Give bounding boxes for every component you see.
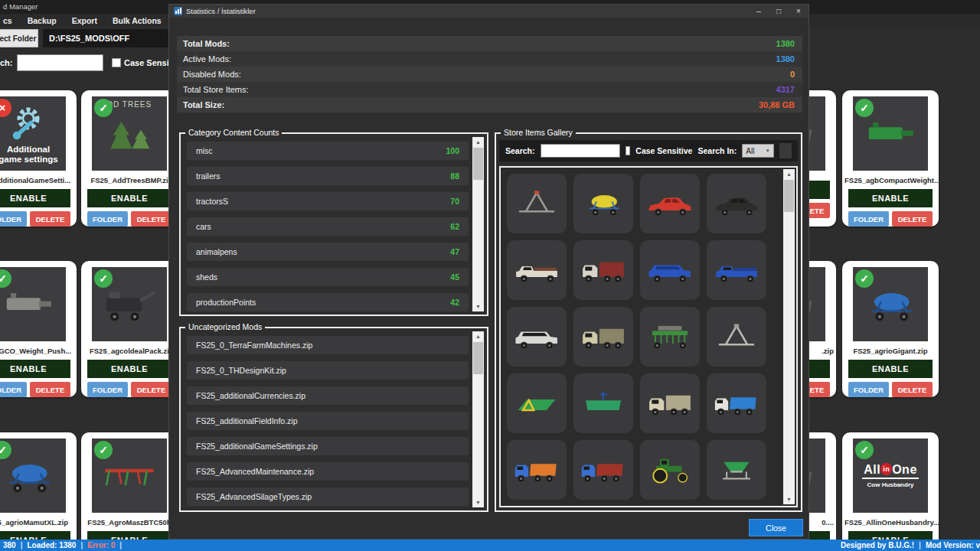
enable-button[interactable]: ENABLE — [848, 360, 933, 378]
gallery-scrollbar[interactable]: ▲ ▼ — [783, 169, 795, 504]
enable-button[interactable]: ENABLE — [848, 189, 933, 207]
store-item-tile[interactable] — [707, 307, 766, 367]
menu-item-backup[interactable]: Backup — [28, 16, 57, 25]
category-row[interactable]: productionPoints 42 — [187, 293, 469, 311]
store-item-tile[interactable] — [707, 174, 766, 233]
category-row[interactable]: animalpens 47 — [187, 243, 469, 261]
enable-button[interactable]: ENABLE — [0, 360, 70, 378]
delete-button[interactable]: DELETE — [131, 211, 172, 227]
store-item-tile[interactable] — [640, 307, 700, 367]
list-scrollbar-thumb[interactable] — [473, 148, 483, 180]
folder-button[interactable]: FOLDER — [0, 382, 27, 397]
gallery-scrollbar-thumb[interactable] — [784, 180, 794, 212]
folder-button[interactable]: FOLDER — [848, 382, 889, 397]
enable-button[interactable]: ENABLE — [0, 189, 70, 207]
store-item-tile[interactable] — [640, 440, 700, 500]
car-image — [645, 187, 694, 220]
enable-button[interactable]: ENABLE — [87, 360, 172, 378]
gallery-search-input[interactable] — [541, 144, 620, 158]
delete-button[interactable]: DELETE — [892, 211, 933, 227]
close-button[interactable]: Close — [749, 519, 803, 536]
list-scrollbar[interactable]: ▲ ▼ — [472, 331, 484, 507]
store-item-tile[interactable] — [573, 307, 633, 367]
gallery-case-sensitive-checkbox[interactable] — [626, 146, 631, 155]
folder-button[interactable]: FOLDER — [0, 211, 27, 227]
store-item-tile[interactable] — [640, 174, 700, 233]
seeder-image — [645, 321, 694, 353]
uncategorized-mod-filename: FS25_0_THDesignKit.zip — [187, 366, 286, 375]
delete-button[interactable]: DELETE — [892, 382, 933, 397]
store-item-tile[interactable] — [507, 507, 567, 507]
suv-image — [645, 254, 694, 286]
uncategorized-mods-title: Uncategorized Mods — [185, 322, 265, 331]
menu-item-export[interactable]: Export — [72, 16, 97, 25]
store-item-tile[interactable] — [707, 440, 766, 500]
folder-button[interactable]: FOLDER — [848, 211, 889, 227]
folder-button[interactable]: FOLDER — [87, 382, 128, 397]
maximize-icon[interactable]: □ — [769, 5, 789, 18]
store-item-tile[interactable] — [573, 240, 633, 300]
folder-button[interactable]: FOLDER — [87, 211, 128, 227]
mod-filename: 5_additionalGameSetti... — [0, 176, 77, 184]
delete-button[interactable]: DELETE — [30, 382, 70, 397]
category-name: sheds — [187, 272, 217, 282]
category-row[interactable]: cars 62 — [187, 217, 469, 236]
uncategorized-mod-row[interactable]: FS25_AdvancedSilageTypes.zip — [187, 487, 469, 506]
store-item-tile[interactable] — [573, 507, 633, 507]
scroll-down-arrow-icon[interactable]: ▼ — [472, 497, 484, 507]
scroll-down-arrow-icon[interactable]: ▼ — [783, 494, 795, 504]
list-scrollbar[interactable]: ▲ ▼ — [472, 137, 484, 311]
menu-item-bulk-actions[interactable]: Bulk Actions — [113, 16, 162, 25]
menu-item-cs[interactable]: cs — [3, 16, 12, 25]
category-row[interactable]: sheds 45 — [187, 268, 469, 286]
gallery-panel: ▲ ▼ — [499, 166, 798, 507]
status-separator: | — [919, 541, 921, 549]
store-item-tile[interactable] — [573, 373, 633, 433]
dialog-title: Statistics / İstatistikler — [186, 7, 256, 15]
uncategorized-mod-row[interactable]: FS25_additionalCurrencies.zip — [187, 386, 469, 405]
stat-row: Disabled Mods: 0 — [177, 67, 802, 82]
store-item-tile[interactable] — [507, 174, 567, 233]
store-item-tile[interactable] — [507, 373, 567, 433]
delete-button[interactable]: DELETE — [131, 382, 172, 397]
category-row[interactable]: trailers 88 — [187, 167, 469, 185]
store-items-gallery-groupbox: Store Items Gallery Search: Case Sensiti… — [495, 132, 802, 512]
scroll-down-arrow-icon[interactable]: ▼ — [472, 302, 484, 311]
close-icon[interactable]: × — [789, 5, 808, 18]
list-scrollbar-thumb[interactable] — [473, 342, 483, 374]
store-item-tile[interactable] — [707, 240, 766, 300]
search-input[interactable] — [17, 54, 103, 71]
store-item-tile[interactable] — [507, 240, 567, 300]
category-name: trailers — [187, 171, 220, 181]
store-item-tile[interactable] — [707, 507, 766, 507]
dialog-titlebar[interactable]: Statistics / İstatistikler – □ × — [169, 5, 808, 18]
uncategorized-mod-row[interactable]: FS25_0_TerraFarmMachines.zip — [187, 336, 469, 354]
category-row[interactable]: tractorsS 70 — [187, 192, 469, 210]
store-item-tile[interactable] — [707, 373, 766, 433]
store-item-tile[interactable] — [573, 440, 633, 500]
uncategorized-mod-row[interactable]: FS25_AdvancedMaintenance.zip — [187, 462, 469, 481]
uncategorized-mod-row[interactable]: FS25_0_THDesignKit.zip — [187, 361, 469, 380]
store-item-tile[interactable] — [507, 307, 567, 367]
scroll-up-arrow-icon[interactable]: ▲ — [472, 137, 484, 147]
uncategorized-mod-row[interactable]: FS25_additionalGameSettings.zip — [187, 437, 469, 455]
scroll-up-arrow-icon[interactable]: ▲ — [783, 169, 795, 179]
select-folder-button[interactable]: lect Folder — [0, 29, 38, 47]
uncategorized-mod-filename: FS25_additionalFieldInfo.zip — [187, 416, 298, 425]
uncategorized-mod-row[interactable]: FS25_additionalFieldInfo.zip — [187, 412, 469, 430]
category-count: 100 — [446, 146, 469, 155]
search-in-dropdown[interactable]: All ▼ — [742, 144, 774, 158]
mod-thumbnail: ✓ — [853, 267, 928, 341]
scroll-up-arrow-icon[interactable]: ▲ — [472, 331, 484, 341]
category-row[interactable]: misc 100 — [187, 142, 469, 160]
minimize-icon[interactable]: – — [749, 5, 769, 18]
store-item-tile[interactable] — [507, 440, 567, 500]
case-sensitive-checkbox[interactable] — [112, 58, 121, 67]
store-item-tile[interactable] — [640, 240, 700, 300]
store-item-tile[interactable] — [640, 373, 700, 433]
delete-button[interactable]: DELETE — [30, 211, 70, 227]
enable-button[interactable]: ENABLE — [87, 189, 172, 207]
store-item-tile[interactable] — [573, 174, 633, 233]
store-item-tile[interactable] — [640, 507, 700, 507]
stat-row: Total Mods: 1380 — [177, 36, 802, 51]
